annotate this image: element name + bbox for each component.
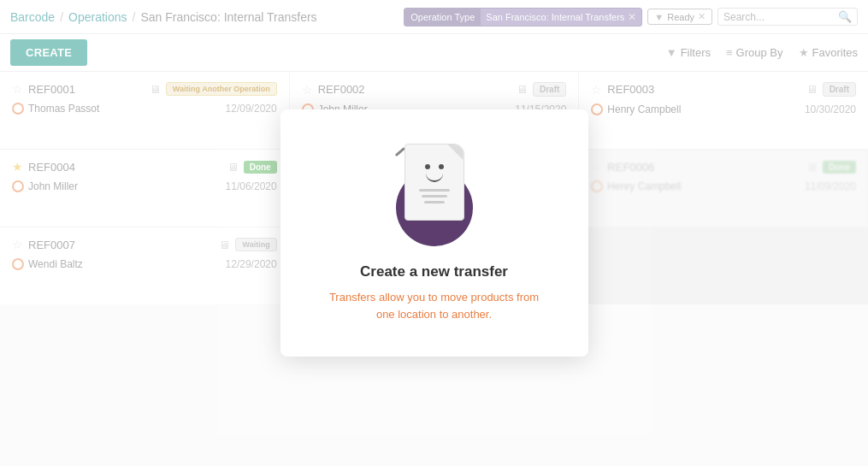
card-header: ☆ REF0006 🖥 Done xyxy=(591,160,856,174)
create-button[interactable]: CREATE xyxy=(10,39,87,66)
card-header: ★ REF0004 🖥 Done xyxy=(12,160,277,174)
transfer-card-ref0003[interactable]: ☆ REF0003 🖥 Draft Henry Campbell 10/30/2… xyxy=(579,72,868,149)
card-right: 🖥 Draft xyxy=(806,82,856,97)
favorites-label: Favorites xyxy=(812,46,858,59)
monitor-icon: 🖥 xyxy=(806,83,818,96)
person-info: Thomas Passot xyxy=(12,103,99,115)
illustration-smile xyxy=(426,174,443,182)
card-body: Henry Campbell 11/09/2020 xyxy=(591,180,856,192)
card-header: ☆ REF0007 🖥 Waiting xyxy=(12,238,277,251)
favorites-button[interactable]: ★ Favorites xyxy=(799,46,858,59)
person-avatar xyxy=(12,180,24,192)
filter-value-text: San Francisco: Internal Transfers xyxy=(486,12,624,22)
monitor-icon: 🖥 xyxy=(219,239,230,251)
monitor-icon: 🖥 xyxy=(517,83,528,96)
breadcrumb-barcode[interactable]: Barcode xyxy=(10,10,55,24)
monitor-icon: 🖥 xyxy=(227,161,239,174)
card-right: 🖥 Draft xyxy=(517,82,566,97)
top-bar: Barcode / Operations / San Francisco: In… xyxy=(0,0,868,34)
ready-filter-tag[interactable]: ▼ Ready ✕ xyxy=(647,9,712,25)
transfer-date: 12/09/2020 xyxy=(226,103,277,115)
filters-icon: ▼ xyxy=(666,46,677,59)
star-icon[interactable]: ★ xyxy=(12,160,23,174)
monitor-icon: 🖥 xyxy=(150,83,161,96)
star-icon[interactable]: ☆ xyxy=(591,160,602,174)
card-right: 🖥 Waiting Another Operation xyxy=(150,82,277,96)
group-by-button[interactable]: ≡ Group By xyxy=(726,46,783,59)
filters-button[interactable]: ▼ Filters xyxy=(666,46,711,59)
search-input[interactable] xyxy=(723,11,835,23)
status-badge: Done xyxy=(823,161,856,174)
person-info: John Miller xyxy=(12,180,78,192)
transfer-card-ref0004[interactable]: ★ REF0004 🖥 Done John Miller 11/06/2020 xyxy=(0,150,289,227)
filter-tag-label: Operation Type xyxy=(404,9,481,25)
search-icon: 🔍 xyxy=(838,10,852,23)
dialog-title: Create a new transfer xyxy=(323,263,546,280)
card-left: ☆ REF0006 xyxy=(591,160,654,174)
illustration-lines xyxy=(404,189,464,204)
status-badge: Draft xyxy=(823,82,856,97)
illustration-line-2 xyxy=(422,195,447,198)
action-bar: CREATE ▼ Filters ≡ Group By ★ Favorites xyxy=(0,34,868,72)
card-header: ☆ REF0002 🖥 Draft xyxy=(302,82,567,97)
ref-id: REF0006 xyxy=(607,161,654,174)
search-box[interactable]: 🔍 xyxy=(717,8,858,26)
star-icon[interactable]: ☆ xyxy=(591,83,602,97)
person-name: Wendi Baltz xyxy=(28,258,83,270)
person-name: Thomas Passot xyxy=(28,103,99,115)
card-body: Thomas Passot 12/09/2020 xyxy=(12,103,277,115)
group-by-icon: ≡ xyxy=(726,46,733,59)
filter-close-icon[interactable]: ✕ xyxy=(628,11,636,23)
card-left: ☆ REF0003 xyxy=(591,83,654,97)
ref-id: REF0007 xyxy=(28,239,75,251)
person-avatar xyxy=(12,103,24,115)
filters-label: Filters xyxy=(681,46,711,59)
person-info: Henry Campbell xyxy=(591,180,681,192)
card-body: Wendi Baltz 12/29/2020 xyxy=(12,258,277,270)
ref-id: REF0004 xyxy=(28,161,75,174)
person-name: John Miller xyxy=(28,180,78,192)
illustration-line-3 xyxy=(424,201,445,204)
ready-close-icon[interactable]: ✕ xyxy=(698,11,706,22)
operation-type-filter: Operation Type San Francisco: Internal T… xyxy=(404,8,642,27)
filter-tag-value[interactable]: San Francisco: Internal Transfers ✕ xyxy=(481,9,641,26)
illustration-eyes xyxy=(404,164,464,169)
ready-filter-label: Ready xyxy=(667,12,694,22)
toolbar-right: ▼ Filters ≡ Group By ★ Favorites xyxy=(666,46,858,59)
star-icon[interactable]: ☆ xyxy=(302,83,313,97)
card-right: 🖥 Done xyxy=(806,161,856,174)
transfer-date: 10/30/2020 xyxy=(805,103,856,115)
transfer-date: 12/29/2020 xyxy=(226,258,277,270)
card-body: Henry Campbell 10/30/2020 xyxy=(591,103,856,115)
status-badge: Draft xyxy=(533,82,566,97)
breadcrumb-sep2: / xyxy=(133,10,136,24)
illustration-line-1 xyxy=(419,189,450,192)
transfer-date: 11/06/2020 xyxy=(226,180,277,192)
transfer-card-ref0006: ☆ REF0006 🖥 Done Henry Campbell 11/09/20… xyxy=(579,150,868,227)
dialog-subtitle: Transfers allow you to move products fro… xyxy=(323,289,546,322)
status-badge: Done xyxy=(244,161,277,174)
star-icon[interactable]: ☆ xyxy=(12,82,23,96)
card-header: ☆ REF0003 🖥 Draft xyxy=(591,82,856,97)
ref-id: REF0002 xyxy=(318,83,365,96)
person-avatar xyxy=(12,258,24,270)
group-by-label: Group By xyxy=(736,46,783,59)
card-left: ☆ REF0007 xyxy=(12,238,75,251)
app-wrapper: Barcode / Operations / San Francisco: In… xyxy=(0,0,868,466)
ref-id: REF0003 xyxy=(607,83,654,96)
breadcrumb-sep1: / xyxy=(60,10,63,24)
card-right: 🖥 Waiting xyxy=(219,238,276,251)
breadcrumb: Barcode / Operations / San Francisco: In… xyxy=(10,10,317,24)
card-header: ☆ REF0001 🖥 Waiting Another Operation xyxy=(12,82,277,96)
status-badge: Waiting xyxy=(235,238,276,251)
card-right: 🖥 Done xyxy=(227,161,277,174)
illustration-eye-left xyxy=(425,164,430,169)
card-left: ★ REF0004 xyxy=(12,160,75,174)
star-icon[interactable]: ☆ xyxy=(12,238,23,251)
breadcrumb-operations[interactable]: Operations xyxy=(68,10,127,24)
favorites-icon: ★ xyxy=(799,46,809,59)
monitor-icon: 🖥 xyxy=(806,161,818,174)
transfer-card-ref0007[interactable]: ☆ REF0007 🖥 Waiting Wendi Baltz 12/29/20… xyxy=(0,227,289,304)
transfer-card-ref0001[interactable]: ☆ REF0001 🖥 Waiting Another Operation Th… xyxy=(0,72,289,149)
card-left: ☆ REF0001 xyxy=(12,82,75,96)
